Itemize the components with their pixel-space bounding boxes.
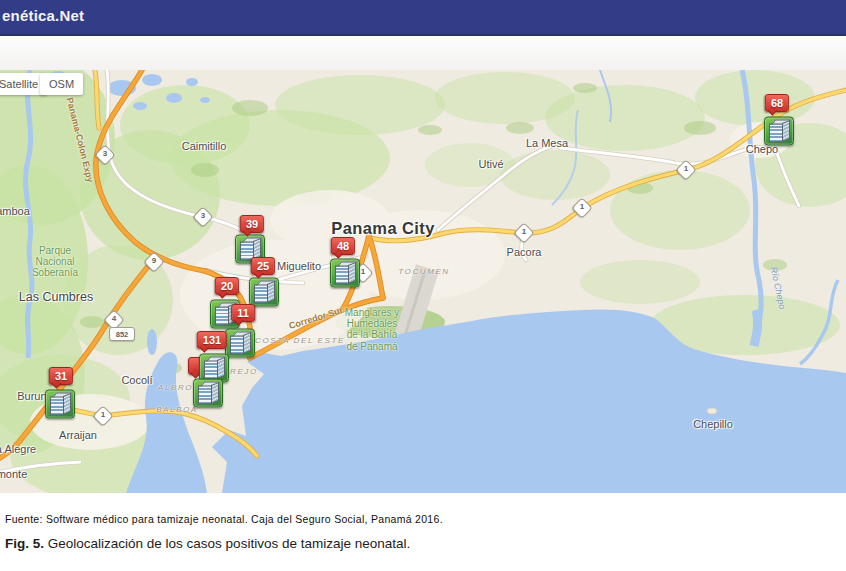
- town-label: Utivé: [478, 158, 503, 170]
- town-label: La Mesa: [526, 137, 568, 149]
- route-shield: 1: [675, 159, 696, 180]
- town-label: Arraijan: [59, 429, 97, 441]
- clinic-building-icon[interactable]: [45, 390, 75, 419]
- building-side: [243, 332, 251, 354]
- town-label: Miguelito: [277, 260, 321, 272]
- area-label: COSTA DEL ESTE: [255, 336, 345, 345]
- river-label: Río Chepo: [769, 266, 788, 310]
- route-shield: 3: [94, 144, 115, 165]
- building-front: [254, 285, 268, 304]
- case-count-marker[interactable]: 31: [49, 367, 73, 385]
- building-front: [230, 336, 244, 355]
- building-front: [50, 397, 64, 416]
- building-front: [769, 124, 783, 143]
- map-canvas[interactable]: Panama CityamboaCaimitilloLa MesaUtivéPa…: [0, 70, 846, 493]
- town-label: monte: [0, 468, 27, 480]
- nature-label: ParqueNacionalSoberanía: [32, 245, 78, 279]
- town-label: Caimitillo: [182, 140, 227, 152]
- route-shield: 3: [192, 206, 213, 227]
- maptype-osm-button[interactable]: OSM: [40, 73, 83, 95]
- building-side: [348, 262, 356, 284]
- route-shield: 1: [571, 197, 592, 218]
- header-gap: [0, 36, 846, 70]
- nature-label: Manglares yHumedalesde la Bahíade Panamá: [345, 307, 399, 352]
- area-label: TOCUMEN: [398, 267, 450, 276]
- town-label: Chepillo: [693, 418, 733, 430]
- case-count-marker[interactable]: 11: [231, 304, 255, 322]
- route-shield: 1: [513, 222, 534, 243]
- area-label: BALBOA: [156, 405, 198, 414]
- route-shield: 852: [109, 327, 135, 341]
- brand-logo[interactable]: enética.Net: [2, 7, 84, 24]
- route-shield: 1: [92, 405, 113, 426]
- case-count-marker[interactable]: 68: [765, 94, 789, 112]
- clinic-building-icon[interactable]: [249, 278, 279, 307]
- building-front: [204, 361, 218, 380]
- town-label: a Alegre: [0, 443, 36, 455]
- clinic-building-icon[interactable]: [225, 329, 255, 358]
- building-front: [335, 266, 349, 285]
- town-label: Cocolí: [121, 374, 152, 386]
- building-side: [217, 357, 225, 379]
- road-label: Corredor Sur: [288, 305, 344, 331]
- building-side: [267, 281, 275, 303]
- route-shield: 9: [143, 251, 164, 272]
- town-label: Las Cumbres: [19, 290, 93, 304]
- building-side: [211, 382, 219, 404]
- town-label: amboa: [0, 205, 30, 217]
- clinic-building-icon[interactable]: [193, 379, 223, 408]
- building-front: [215, 307, 229, 326]
- city-label: Panama City: [331, 219, 434, 238]
- page: enética.Net: [0, 0, 846, 571]
- building-side: [782, 120, 790, 142]
- case-count-marker[interactable]: 20: [215, 277, 239, 295]
- figure-caption-text: Geolocalización de los casos positivos d…: [44, 536, 410, 551]
- case-count-marker[interactable]: 48: [331, 237, 355, 255]
- clinic-building-icon[interactable]: [330, 259, 360, 288]
- figure-source: Fuente: Software médico para tamizaje ne…: [5, 513, 443, 525]
- road-label: Panama-Colon Expy: [65, 97, 96, 184]
- case-count-marker[interactable]: 39: [240, 215, 264, 233]
- building-front: [198, 386, 212, 405]
- figure-caption: Fig. 5. Geolocalización de los casos pos…: [5, 536, 410, 551]
- town-label: Pacora: [507, 246, 542, 258]
- building-side: [63, 393, 71, 415]
- figure-number: Fig. 5.: [5, 536, 44, 551]
- map-overlays: Panama CityamboaCaimitilloLa MesaUtivéPa…: [0, 70, 846, 493]
- clinic-building-icon[interactable]: [764, 117, 794, 146]
- app-header: enética.Net: [0, 0, 846, 36]
- case-count-marker[interactable]: 25: [251, 257, 275, 275]
- case-count-marker[interactable]: 131: [197, 331, 227, 349]
